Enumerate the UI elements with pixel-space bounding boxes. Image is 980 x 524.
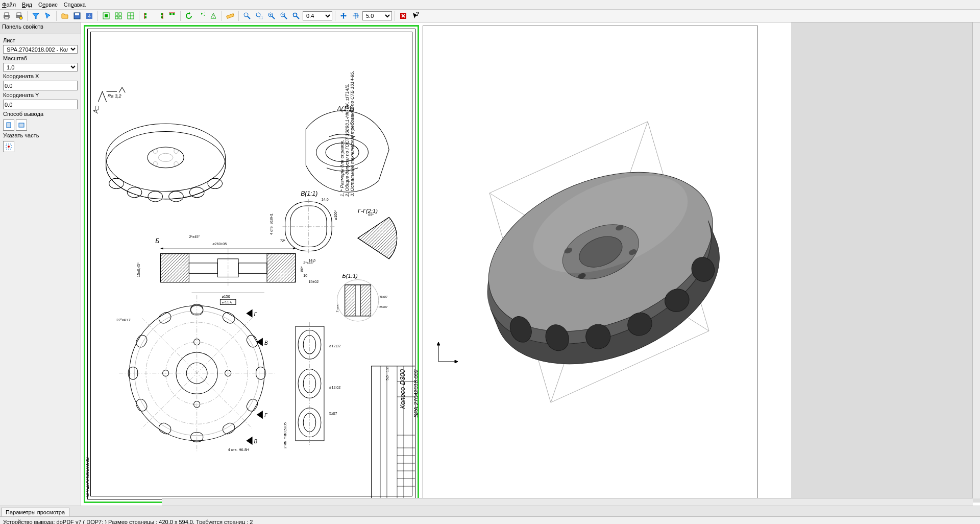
coordy-label: Координата Y	[3, 92, 78, 98]
fit-icon[interactable]	[101, 10, 112, 21]
svg-rect-13	[115, 16, 118, 19]
svg-rect-117	[245, 334, 259, 349]
svg-point-54	[153, 162, 157, 166]
svg-text:В: В	[254, 439, 258, 444]
main-area: Панель свойств Лист SPA.27042018.002 - К…	[0, 22, 980, 506]
svg-text:2 отв.: 2 отв.	[335, 304, 339, 312]
import-icon[interactable]	[84, 10, 95, 21]
pick-region-icon[interactable]	[3, 141, 14, 152]
svg-line-30	[248, 16, 250, 19]
step-combo[interactable]: 5.0	[362, 11, 392, 20]
svg-rect-11	[115, 13, 118, 15]
print-setup-icon[interactable]	[13, 10, 24, 21]
svg-rect-121	[134, 334, 149, 349]
cancel-icon[interactable]	[398, 10, 409, 21]
svg-point-53	[158, 153, 173, 161]
svg-text:14,6: 14,6	[322, 198, 329, 202]
svg-point-48	[8, 146, 10, 148]
svg-text:15±0,45*: 15±0,45*	[137, 263, 141, 277]
menu-view[interactable]: Вид	[22, 2, 32, 8]
zoom-combo[interactable]: 0.4	[303, 11, 332, 20]
svg-text:65*: 65*	[368, 213, 374, 217]
svg-rect-7	[75, 13, 79, 15]
svg-text:ø12,02: ø12,02	[329, 386, 340, 390]
zoom-icon[interactable]	[241, 10, 253, 21]
sheet-select[interactable]: SPA.27042018.002 - Колесо	[3, 45, 78, 54]
rotate-right-icon[interactable]	[195, 10, 207, 21]
menu-service[interactable]: Сервис	[38, 2, 58, 8]
sheet-3d[interactable]	[423, 26, 758, 504]
svg-text:Б(1:1): Б(1:1)	[342, 273, 358, 279]
flip-icon[interactable]	[208, 10, 219, 21]
svg-text:Г: Г	[264, 413, 268, 418]
grid-snap-icon[interactable]	[350, 10, 361, 21]
svg-text:72*: 72*	[280, 239, 285, 243]
svg-point-63	[208, 178, 222, 188]
filter-icon[interactable]	[30, 10, 41, 21]
svg-rect-122	[245, 397, 259, 413]
svg-text:ø150: ø150	[222, 295, 230, 299]
svg-point-50	[106, 132, 226, 199]
zoom-in-icon[interactable]	[266, 10, 277, 21]
svg-rect-41	[293, 13, 297, 16]
svg-rect-24	[169, 13, 172, 15]
sheet-label: Лист	[3, 37, 78, 43]
align-right-icon[interactable]	[154, 10, 165, 21]
output-portrait-icon[interactable]	[3, 120, 14, 131]
help-icon[interactable]: ?	[410, 10, 421, 21]
svg-text:R5х07: R5х07	[379, 305, 388, 308]
output-landscape-icon[interactable]	[16, 120, 27, 131]
svg-rect-12	[119, 13, 121, 15]
svg-text:?: ?	[416, 12, 419, 17]
svg-text:3. Остальные технические требо: 3. Остальные технические требования по С…	[350, 71, 355, 197]
menu-file[interactable]: ФФайлайл	[2, 2, 16, 8]
select-icon[interactable]	[42, 10, 54, 21]
svg-text:(   ): ( )	[95, 106, 99, 110]
svg-rect-115	[221, 311, 236, 325]
svg-point-61	[169, 192, 183, 202]
rotate-left-icon[interactable]	[183, 10, 194, 21]
svg-point-58	[109, 178, 124, 188]
tile-icon[interactable]	[113, 10, 124, 21]
svg-point-56	[174, 162, 178, 166]
scroll-vertical[interactable]	[972, 22, 980, 498]
coordy-input[interactable]	[3, 100, 78, 109]
tab-preview-params[interactable]: Параметры просмотра	[1, 508, 69, 516]
zoom-fit-icon[interactable]	[290, 10, 302, 21]
svg-text:5х07: 5х07	[329, 412, 337, 416]
print-icon[interactable]	[1, 10, 12, 21]
svg-point-55	[174, 149, 178, 153]
svg-text:4 отв. ø18H1: 4 отв. ø18H1	[270, 213, 274, 235]
measure-icon[interactable]	[225, 10, 236, 21]
pick-label: Указать часть	[3, 132, 78, 138]
panel-title: Панель свойств	[0, 22, 81, 34]
svg-rect-1	[5, 13, 9, 15]
svg-rect-83	[160, 254, 189, 282]
zoom-window-icon[interactable]	[254, 10, 265, 21]
svg-text:4 отв. H6-8H: 4 отв. H6-8H	[228, 448, 249, 452]
toolbar: 0.4 5.0 ?	[0, 10, 980, 22]
svg-text:2*x45°: 2*x45°	[189, 235, 200, 239]
save-icon[interactable]	[71, 10, 83, 21]
svg-text:ø260±05: ø260±05	[212, 242, 227, 246]
svg-rect-32	[260, 16, 262, 19]
svg-rect-19	[144, 16, 146, 18]
status-text: Устройство вывода: doPDF v7 ( DOP7: ) Ра…	[3, 519, 253, 524]
zoom-out-icon[interactable]	[278, 10, 289, 21]
sheet-drawing[interactable]: А Ra 3,2( ) А(1:1)	[84, 26, 419, 503]
pan-icon[interactable]	[338, 10, 349, 21]
svg-rect-119	[157, 311, 173, 325]
svg-rect-116	[157, 421, 173, 436]
align-left-icon[interactable]	[142, 10, 153, 21]
coordx-input[interactable]	[3, 81, 78, 90]
align-top-icon[interactable]	[166, 10, 178, 21]
scroll-horizontal[interactable]	[162, 498, 973, 506]
svg-rect-22	[161, 16, 163, 18]
grid-icon[interactable]	[125, 10, 136, 21]
svg-rect-85	[267, 254, 296, 282]
preview-canvas[interactable]: А Ra 3,2( ) А(1:1)	[81, 22, 980, 506]
scale-select[interactable]: 1.0	[3, 63, 78, 72]
menu-help[interactable]: Справка	[64, 2, 86, 8]
open-icon[interactable]	[59, 10, 70, 21]
svg-text:10,5±05: 10,5±05	[283, 422, 287, 436]
